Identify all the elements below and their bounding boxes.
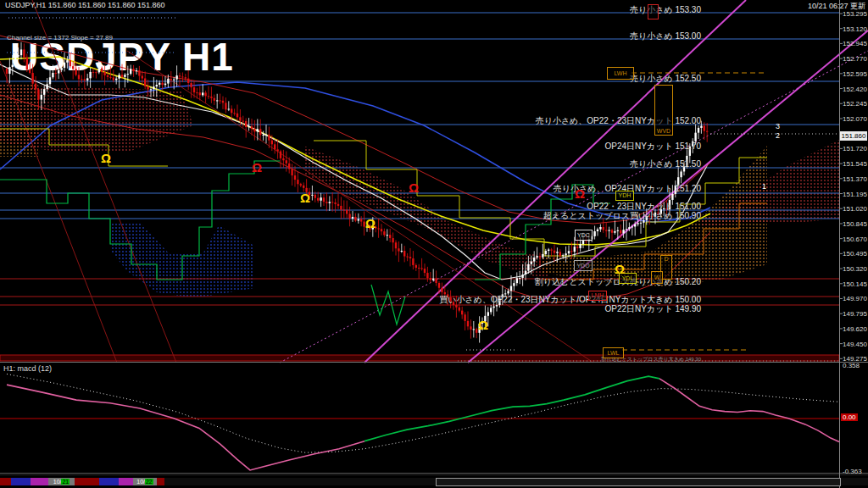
omega-signal-icon: Ω xyxy=(409,180,419,195)
channel-info-label: Channel size = 1372 Slope = 27.89 xyxy=(7,34,113,42)
price-axis-label: 152.945 xyxy=(843,40,867,47)
pivot-label-ydh: YDH xyxy=(615,191,634,201)
session-segment xyxy=(99,478,119,485)
session-date-label: 10/21 xyxy=(48,479,75,485)
symbol-ohlc-readout: USDJPY,H1 151.860 151.860 151.860 151.86… xyxy=(5,1,165,9)
price-axis-label: 149.275 xyxy=(843,355,867,363)
session-segment xyxy=(75,478,99,485)
macd-indicator-label: H1: macd (12) xyxy=(3,364,52,373)
price-annotation: OP24日NYカット 151.70 xyxy=(604,141,701,152)
pivot-label-ydo: YDO xyxy=(574,260,593,271)
price-axis-label: 149.620 xyxy=(843,325,867,333)
wave-count-label: 1 xyxy=(762,182,766,191)
panel-separator[interactable] xyxy=(0,362,868,363)
session-segment: 10/21 xyxy=(48,478,75,485)
chart-canvas[interactable] xyxy=(0,0,868,488)
price-axis-label: 150.320 xyxy=(843,265,867,273)
price-axis-label: 151.545 xyxy=(843,160,867,168)
pivot-label-lmh: LMH xyxy=(588,291,607,301)
macd-bottom-border xyxy=(0,473,868,474)
omega-signal-icon: Ω xyxy=(300,191,310,205)
pivot-label-ydc: YDC xyxy=(575,230,593,241)
current-price-tag: 151.860 xyxy=(840,131,867,141)
omega-signal-icon: Ω xyxy=(252,160,262,175)
ichimoku-clouds xyxy=(0,83,839,298)
price-axis-label: 152.770 xyxy=(843,55,867,63)
price-axis-label: 151.370 xyxy=(843,175,867,183)
price-axis-label: 149.450 xyxy=(843,341,867,348)
horizontal-scrollbar[interactable] xyxy=(436,478,841,486)
session-segment xyxy=(0,478,11,485)
price-axis-label: 151.720 xyxy=(843,145,867,152)
pivot-label-box xyxy=(648,4,659,19)
price-axis-label: 150.845 xyxy=(843,220,867,228)
omega-signal-icon: Ω xyxy=(365,216,376,230)
omega-signal-icon: Ω xyxy=(101,151,111,165)
omega-signal-icon: Ω xyxy=(615,262,625,276)
omega-signal-icon: Ω xyxy=(575,186,585,201)
price-axis-label: 153.295 xyxy=(843,10,867,18)
pivot-label-wvd: WVD xyxy=(654,85,673,136)
price-annotation: 売り小さめ 153.00 xyxy=(630,30,701,42)
session-segment: 10/22 xyxy=(133,478,157,485)
price-annotation: 売り小さめ 153.30 xyxy=(630,4,701,16)
session-segment xyxy=(119,478,133,485)
wave-count-label: 3 xyxy=(776,122,780,130)
price-annotation: 超えるとストップロス買い小さめ 150.90 xyxy=(543,210,701,222)
price-annotation: 割り込むとストップロス売り小さめ 150.20 xyxy=(535,276,701,288)
price-axis-label: 152.420 xyxy=(843,86,867,93)
price-axis-label: 150.495 xyxy=(843,250,867,258)
macd-bottom-border-shadow xyxy=(0,474,868,475)
macd-axis-min: -0.363 xyxy=(843,468,862,475)
session-segment xyxy=(31,478,48,485)
price-axis-label: 152.595 xyxy=(843,70,867,78)
pivot-label-w: W xyxy=(651,271,663,284)
macd-axis-max: 0.358 xyxy=(843,362,860,369)
price-axis-label: 150.145 xyxy=(843,280,867,288)
price-axis-border xyxy=(839,0,840,488)
macd-axis-zero-badge: 0.00 xyxy=(841,413,858,421)
price-annotation: 売り小さめ、OP22・23日NYカット 152.00 xyxy=(536,115,701,127)
price-axis-label: 151.020 xyxy=(843,205,867,213)
session-segment xyxy=(11,478,31,485)
price-annotation: OP22日NYカット 149.90 xyxy=(604,303,701,315)
price-annotation: 売り小さめ 152.50 xyxy=(630,73,701,85)
price-axis-label: 149.795 xyxy=(843,310,867,318)
trading-chart-window: USDJPY H1 USDJPY,H1 151.860 151.860 151.… xyxy=(0,0,868,488)
session-segment xyxy=(157,478,164,485)
wave-count-label: 2 xyxy=(776,131,780,140)
support-resistance-lines xyxy=(0,13,839,361)
session-date-label: 10/22 xyxy=(133,479,157,485)
price-annotation: 売り小さめ 151.50 xyxy=(630,158,701,170)
price-axis-label: 152.245 xyxy=(843,100,867,108)
price-axis-label: 150.670 xyxy=(843,236,867,243)
price-axis-label: 151.195 xyxy=(843,191,867,198)
price-axis-label: 153.120 xyxy=(843,25,867,33)
pivot-label-lwh: LWH xyxy=(607,67,634,80)
omega-signal-icon: Ω xyxy=(478,318,488,332)
price-axis-label: 149.970 xyxy=(843,295,867,302)
pivot-label-lwl: LWL xyxy=(603,347,624,358)
price-axis-label: 152.070 xyxy=(843,115,867,123)
